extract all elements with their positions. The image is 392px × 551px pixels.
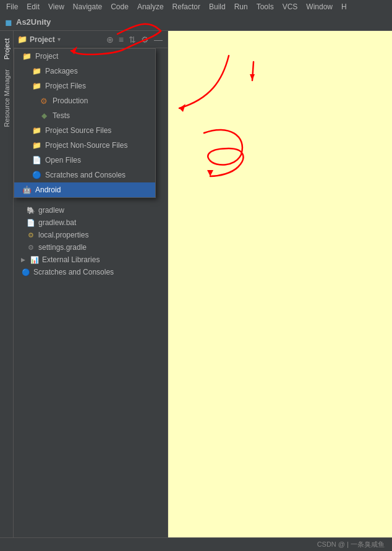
dropdown-scratches[interactable]: 🔵 Scratches and Consoles: [14, 168, 155, 182]
dropdown-project[interactable]: 📁 Project: [14, 49, 155, 64]
dropdown-production-label: Production: [53, 96, 88, 105]
menu-tools[interactable]: Tools: [253, 1, 278, 12]
dropdown-source-files-label: Project Source Files: [45, 126, 111, 135]
globe-icon[interactable]: ⊕: [105, 35, 115, 45]
menu-vcs[interactable]: VCS: [279, 1, 302, 12]
dropdown-android[interactable]: 🤖 Android: [14, 182, 155, 197]
tree-item-local-properties[interactable]: ⚙ local.properties: [14, 229, 168, 241]
menu-view[interactable]: View: [45, 1, 68, 12]
menu-run[interactable]: Run: [231, 1, 252, 12]
project-title: As2Unity: [16, 17, 51, 27]
tree-item-settings-gradle-label: settings.gradle: [38, 243, 87, 252]
editor-area: [168, 31, 392, 551]
file-icon: 📄: [32, 155, 41, 165]
gear-icon[interactable]: ⚙: [140, 35, 150, 45]
dropdown-packages-label: Packages: [45, 67, 78, 75]
dropdown-android-label: Android: [35, 186, 61, 194]
tree-item-local-properties-label: local.properties: [38, 231, 88, 239]
tree-item-gradlew-label: gradlew: [38, 206, 64, 215]
list-icon[interactable]: ≡: [117, 35, 125, 45]
tree-item-gradlew-bat-label: gradlew.bat: [38, 218, 76, 227]
folder-icon: 📁: [32, 66, 41, 76]
tree-item-settings-gradle[interactable]: ⚙ settings.gradle: [14, 241, 168, 254]
editor-content: [168, 31, 392, 551]
android-icon: 🤖: [22, 185, 32, 195]
tree-item-scratches-bottom-label: Scratches and Consoles: [33, 268, 114, 276]
menu-file[interactable]: File: [2, 1, 22, 12]
panel-header: 📁 Project ▾ ⊕ ≡ ⇅ ⚙ —: [14, 31, 168, 48]
menu-bar: File Edit View Navigate Code Analyze Ref…: [0, 0, 392, 14]
dropdown-open-files[interactable]: 📄 Open Files: [14, 153, 155, 168]
properties-icon: ⚙: [26, 230, 36, 240]
dropdown-scratches-label: Scratches and Consoles: [45, 171, 126, 179]
tree-item-external-libraries[interactable]: ▶ 📊 External Libraries: [14, 254, 168, 266]
tree-panel: 🐘 gradlew 📄 gradlew.bat ⚙ local.properti…: [14, 202, 168, 551]
project-icon: ◼: [5, 17, 12, 27]
menu-refactor[interactable]: Refactor: [169, 1, 204, 12]
dropdown-packages[interactable]: 📁 Packages: [14, 64, 155, 79]
external-libraries-icon: 📊: [30, 255, 40, 265]
title-bar: ◼ As2Unity: [0, 14, 392, 31]
menu-edit[interactable]: Edit: [23, 1, 43, 12]
sidebar-tab-resource-manager[interactable]: Resource Manager: [2, 64, 12, 132]
tree-item-external-libraries-label: External Libraries: [42, 255, 100, 264]
tree-item-gradlew[interactable]: 🐘 gradlew: [14, 204, 168, 216]
folder-icon: 📁: [32, 81, 41, 91]
panel-dropdown-arrow[interactable]: ▾: [58, 36, 61, 43]
dropdown-project-files-label: Project Files: [45, 82, 86, 90]
sidebar-tab-project[interactable]: Project: [2, 33, 12, 64]
dropdown-tests-label: Tests: [53, 111, 70, 120]
panel-header-icons: ⊕ ≡ ⇅ ⚙ —: [105, 35, 164, 45]
folder-icon: 📁: [32, 140, 41, 150]
scratch-bottom-icon: 🔵: [21, 267, 31, 277]
dropdown-source-files[interactable]: 📁 Project Source Files: [14, 123, 155, 138]
folder-blue-icon: 📁: [32, 126, 41, 135]
chevron-icon: ▶: [21, 257, 27, 263]
menu-analyze[interactable]: Analyze: [134, 1, 168, 12]
gradle-icon: 🐘: [26, 205, 36, 215]
menu-help[interactable]: H: [338, 1, 351, 12]
menu-code[interactable]: Code: [107, 1, 132, 12]
menu-build[interactable]: Build: [205, 1, 229, 12]
tree-item-scratches-bottom[interactable]: 🔵 Scratches and Consoles: [14, 266, 168, 278]
sort-icon[interactable]: ⇅: [127, 35, 137, 45]
production-icon: ⚙: [39, 96, 49, 106]
tree-item-gradlew-bat[interactable]: 📄 gradlew.bat: [14, 216, 168, 229]
folder-icon: 📁: [22, 51, 32, 61]
menu-window[interactable]: Window: [302, 1, 336, 12]
panel-title: Project: [30, 35, 55, 44]
dropdown-production[interactable]: ⚙ Production: [14, 93, 155, 108]
dropdown-open-files-label: Open Files: [45, 156, 81, 164]
dropdown-menu: 📁 Project 📁 Packages 📁 Project Files ⚙ P…: [14, 48, 156, 198]
dropdown-non-source-files-label: Project Non-Source Files: [45, 141, 127, 150]
status-text: CSDN @ | 一条臭咸鱼: [317, 540, 385, 549]
menu-navigate[interactable]: Navigate: [69, 1, 106, 12]
dropdown-project-files[interactable]: 📁 Project Files: [14, 79, 155, 93]
panel-folder-icon: 📁: [17, 35, 27, 44]
bat-icon: 📄: [26, 218, 36, 228]
status-bar: CSDN @ | 一条臭咸鱼: [0, 537, 392, 551]
dropdown-project-label: Project: [35, 52, 58, 61]
main-layout: Project Resource Manager 📁 Project ▾ ⊕ ≡…: [0, 31, 392, 551]
project-panel: 📁 Project ▾ ⊕ ≡ ⇅ ⚙ — 📁 Project 📁 Packag…: [14, 31, 168, 551]
sidebar-tabs: Project Resource Manager: [0, 31, 14, 551]
test-icon: ◆: [39, 111, 49, 121]
scratch-icon: 🔵: [32, 170, 41, 180]
dropdown-tests[interactable]: ◆ Tests: [14, 108, 155, 123]
gradle2-icon: ⚙: [26, 242, 36, 252]
dropdown-non-source-files[interactable]: 📁 Project Non-Source Files: [14, 138, 155, 153]
hide-icon[interactable]: —: [153, 35, 164, 45]
